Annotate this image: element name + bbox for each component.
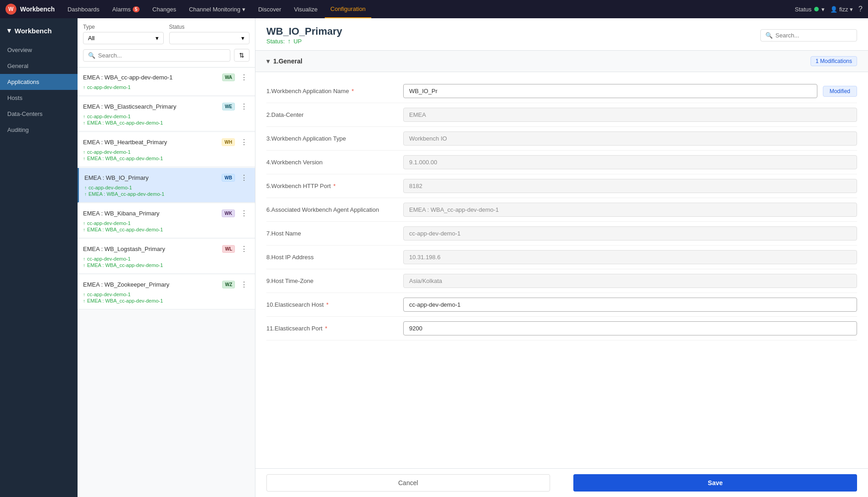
list-item-sub: ↑ cc-app-dev-demo-1: [83, 114, 249, 119]
form-row: 7.Host Name: [266, 222, 857, 246]
modified-badge: Modified: [823, 86, 857, 97]
sidebar-item-data-centers[interactable]: Data-Centers: [0, 106, 78, 122]
detail-status: Status: ↑ UP: [266, 37, 342, 45]
list-item-sub-agent: ↑ EMEA : WBA_cc-app-dev-demo-1: [83, 227, 249, 232]
modifications-badge: 1 Modifications: [811, 56, 857, 66]
required-indicator: *: [352, 88, 354, 94]
list-item-sub: ↑ cc-app-dev-demo-1: [84, 185, 249, 190]
kebab-menu-button[interactable]: ⋮: [239, 209, 249, 218]
form-input[interactable]: [403, 321, 857, 335]
nav-changes[interactable]: Changes: [147, 0, 182, 18]
section-title: ▾ 1.General: [266, 58, 302, 65]
list-item[interactable]: EMEA : WB_Zookeeper_Primary WZ ⋮ ↑ cc-ap…: [78, 275, 255, 309]
list-item[interactable]: EMEA : WB_Logstash_Primary WL ⋮ ↑ cc-app…: [78, 239, 255, 274]
type-filter-group: Type All ▾: [83, 24, 164, 44]
detail-body: ▾ 1.General 1 Modifications 1.Workbench …: [255, 51, 868, 468]
status-filter-label: Status: [169, 24, 250, 30]
required-indicator: *: [325, 325, 327, 332]
form-field-container: [403, 203, 857, 217]
form-input-readonly: [403, 131, 857, 146]
form-field-container: [403, 250, 857, 264]
list-search-input[interactable]: [98, 52, 225, 59]
nav-right: Status ▾ 👤 fizz ▾ ?: [795, 5, 863, 13]
search-icon: 🔍: [88, 52, 95, 59]
up-arrow-icon: ↑: [287, 37, 291, 45]
type-filter-label: Type: [83, 24, 164, 30]
nav-alarms[interactable]: Alarms 5: [107, 0, 145, 18]
sidebar-brand-label: Workbench: [15, 27, 52, 35]
content-area: Type All ▾ Status ▾: [78, 18, 868, 497]
list-item-sub: ↑ cc-app-dev-demo-1: [83, 84, 249, 90]
list-item-header: EMEA : WB_Zookeeper_Primary WZ ⋮: [83, 280, 249, 289]
sidebar-item-general[interactable]: General: [0, 58, 78, 74]
sidebar-brand[interactable]: ▾ Workbench: [0, 22, 78, 42]
save-button[interactable]: Save: [573, 474, 857, 492]
status-filter-select[interactable]: ▾: [169, 32, 250, 44]
list-item[interactable]: EMEA : WB_IO_Primary WB ⋮ ↑ cc-app-dev-d…: [78, 168, 255, 203]
chevron-down-icon: ▾: [242, 6, 245, 13]
cancel-button[interactable]: Cancel: [266, 474, 550, 492]
up-arrow-icon: ↑: [84, 192, 87, 197]
type-filter-select[interactable]: All ▾: [83, 32, 164, 44]
list-item[interactable]: EMEA : WBA_cc-app-dev-demo-1 WA ⋮ ↑ cc-a…: [78, 68, 255, 96]
top-navigation: W Workbench Dashboards Alarms 5 Changes …: [0, 0, 868, 18]
logo-icon: W: [5, 4, 16, 15]
user-menu[interactable]: 👤 fizz ▾: [830, 6, 853, 13]
section-header[interactable]: ▾ 1.General 1 Modifications: [255, 51, 868, 72]
alarms-badge: 5: [133, 6, 140, 12]
form-grid: 1.Workbench Application Name * Modified …: [255, 72, 868, 348]
up-arrow-icon: ↑: [83, 85, 85, 90]
nav-dashboards[interactable]: Dashboards: [62, 0, 105, 18]
kebab-menu-button[interactable]: ⋮: [239, 280, 249, 289]
nav-channel-monitoring[interactable]: Channel Monitoring ▾: [183, 0, 251, 18]
detail-title: WB_IO_Primary: [266, 26, 342, 37]
list-items: EMEA : WBA_cc-app-dev-demo-1 WA ⋮ ↑ cc-a…: [78, 68, 255, 497]
chevron-down-icon: ▾: [266, 58, 270, 65]
kebab-menu-button[interactable]: ⋮: [239, 245, 249, 253]
form-field-container: [403, 274, 857, 288]
required-indicator: *: [333, 183, 336, 189]
nav-configuration[interactable]: Configuration: [325, 0, 371, 18]
list-item-sub-agent: ↑ EMEA : WBA_cc-app-dev-demo-1: [84, 191, 249, 197]
nav-logo: W Workbench: [5, 4, 55, 15]
sidebar-item-overview[interactable]: Overview: [0, 42, 78, 58]
up-arrow-icon: ↑: [83, 156, 85, 161]
sidebar-item-hosts[interactable]: Hosts: [0, 90, 78, 106]
kebab-menu-button[interactable]: ⋮: [239, 173, 249, 182]
form-label: 5.Workbench HTTP Port *: [266, 179, 394, 189]
list-item-sub-agent: ↑ EMEA : WBA_cc-app-dev-demo-1: [83, 262, 249, 268]
form-label: 6.Associated Workbench Agent Application: [266, 203, 394, 213]
up-arrow-icon: ↑: [83, 114, 85, 119]
up-arrow-icon: ↑: [83, 221, 85, 226]
chevron-down-icon: ▾: [241, 35, 244, 42]
form-row: 4.Workbench Version: [266, 151, 857, 174]
detail-search-input[interactable]: [775, 32, 852, 39]
status-dropdown[interactable]: Status ▾: [795, 6, 825, 13]
form-row: 10.Elasticsearch Host *: [266, 293, 857, 317]
chevron-down-icon: ▾: [7, 26, 11, 35]
help-button[interactable]: ?: [858, 5, 863, 13]
search-icon: 🔍: [765, 32, 773, 39]
form-label: 9.Host Time-Zone: [266, 274, 394, 284]
form-field-container: [403, 298, 857, 312]
list-item-sub-agent: ↑ EMEA : WBA_cc-app-dev-demo-1: [83, 120, 249, 126]
nav-visualize[interactable]: Visualize: [288, 0, 323, 18]
form-input[interactable]: [403, 84, 817, 98]
list-item[interactable]: EMEA : WB_Heartbeat_Primary WH ⋮ ↑ cc-ap…: [78, 132, 255, 167]
sidebar-item-auditing[interactable]: Auditing: [0, 122, 78, 138]
kebab-menu-button[interactable]: ⋮: [239, 138, 249, 146]
sidebar-item-applications[interactable]: Applications: [0, 74, 78, 90]
kebab-menu-button[interactable]: ⋮: [239, 102, 249, 111]
sort-button[interactable]: ⇅: [234, 49, 249, 62]
form-row: 5.Workbench HTTP Port *: [266, 174, 857, 198]
form-row: 9.Host Time-Zone: [266, 269, 857, 293]
nav-discover[interactable]: Discover: [253, 0, 287, 18]
kebab-menu-button[interactable]: ⋮: [239, 73, 249, 82]
list-item-sub: ↑ cc-app-dev-demo-1: [83, 220, 249, 226]
list-item-header: EMEA : WBA_cc-app-dev-demo-1 WA ⋮: [83, 73, 249, 82]
list-item[interactable]: EMEA : WB_Kibana_Primary WK ⋮ ↑ cc-app-d…: [78, 204, 255, 238]
form-input[interactable]: [403, 298, 857, 312]
up-arrow-icon: ↑: [83, 263, 85, 268]
item-badge: WE: [222, 103, 235, 110]
list-item[interactable]: EMEA : WB_Elasticsearch_Primary WE ⋮ ↑ c…: [78, 97, 255, 131]
